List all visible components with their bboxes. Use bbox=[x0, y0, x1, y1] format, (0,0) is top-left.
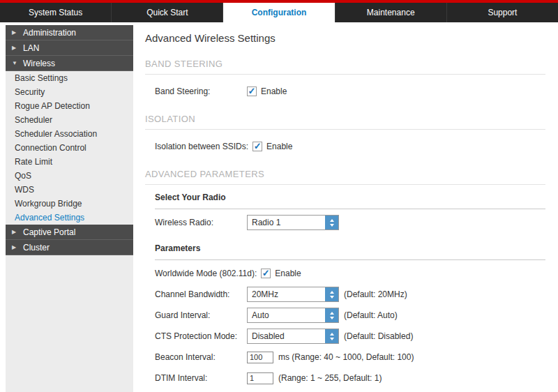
chevron-right-icon: ▶ bbox=[12, 45, 18, 51]
sidebar-item-label: Cluster bbox=[23, 243, 50, 252]
cts-protection-mode-label: CTS Protection Mode: bbox=[155, 331, 247, 341]
sidebar-item-basic-settings[interactable]: Basic Settings bbox=[6, 71, 133, 85]
wireless-radio-select[interactable]: Radio 1 bbox=[247, 215, 339, 230]
stepper-up-icon bbox=[330, 291, 334, 294]
field-note: (Range: 1 ~ 255, Default: 1) bbox=[278, 373, 382, 383]
worldwide-mode-label: Worldwide Mode (802.11d): bbox=[155, 269, 261, 278]
tab-quick-start[interactable]: Quick Start bbox=[112, 3, 223, 22]
check-icon: ✓ bbox=[254, 142, 262, 151]
isolation-checkbox[interactable]: ✓ bbox=[252, 142, 262, 151]
select-your-radio-title: Select Your Radio bbox=[155, 185, 545, 209]
field-note: ms (Range: 40 ~ 1000, Default: 100) bbox=[278, 352, 414, 362]
sidebar-item-scheduler[interactable]: Scheduler bbox=[6, 113, 133, 127]
dtim-interval-input[interactable] bbox=[247, 372, 273, 384]
beacon-interval-label: Beacon Interval: bbox=[155, 352, 247, 362]
field-note: (Default: Auto) bbox=[344, 310, 398, 320]
guard-interval-select[interactable]: Auto bbox=[247, 308, 339, 323]
band-steering-heading: BAND STEERING bbox=[145, 59, 545, 75]
guard-interval-label: Guard Interval: bbox=[155, 310, 247, 320]
sidebar-item-advanced-settings[interactable]: Advanced Settings bbox=[6, 211, 133, 225]
sidebar-item-scheduler-association[interactable]: Scheduler Association bbox=[6, 127, 133, 141]
band-steering-checkbox[interactable]: ✓ bbox=[247, 86, 257, 96]
beacon-interval-input[interactable] bbox=[247, 352, 273, 363]
isolation-label: Isolation between SSIDs: bbox=[155, 142, 252, 151]
channel-bandwidth-label: Channel Bandwidth: bbox=[155, 289, 247, 299]
select-stepper[interactable] bbox=[325, 287, 338, 301]
dtim-interval-label: DTIM Interval: bbox=[155, 373, 247, 383]
select-value: Radio 1 bbox=[248, 218, 280, 227]
main-content: Advanced Wireless Settings BAND STEERING… bbox=[133, 22, 558, 392]
field-note: (Default: 20MHz) bbox=[344, 289, 407, 299]
channel-bandwidth-select[interactable]: 20MHz bbox=[247, 287, 339, 302]
sidebar-item-security[interactable]: Security bbox=[6, 85, 133, 99]
sidebar-item-label: Wireless bbox=[23, 59, 55, 68]
stepper-down-icon bbox=[330, 296, 334, 299]
select-value: Disabled bbox=[248, 331, 285, 341]
chevron-right-icon: ▶ bbox=[12, 229, 18, 235]
enable-label: Enable bbox=[275, 269, 301, 278]
check-icon: ✓ bbox=[248, 86, 256, 96]
select-value: Auto bbox=[248, 310, 269, 320]
band-steering-label: Band Steering: bbox=[155, 86, 247, 96]
chevron-right-icon: ▶ bbox=[12, 244, 18, 250]
stepper-up-icon bbox=[330, 333, 334, 336]
select-value: 20MHz bbox=[248, 289, 278, 299]
select-stepper[interactable] bbox=[325, 329, 338, 343]
sidebar-item-label: Captive Portal bbox=[23, 227, 75, 237]
select-stepper[interactable] bbox=[325, 308, 338, 322]
tab-support[interactable]: Support bbox=[447, 3, 558, 22]
sidebar-navigation: ▶ Administration ▶ LAN ▼ Wireless Basic … bbox=[6, 25, 133, 392]
sidebar-item-workgroup-bridge[interactable]: Workgroup Bridge bbox=[6, 197, 133, 211]
top-navigation: System Status Quick Start Configuration … bbox=[0, 3, 558, 22]
enable-label: Enable bbox=[261, 86, 287, 96]
parameters-title: Parameters bbox=[155, 236, 545, 260]
sidebar-item-connection-control[interactable]: Connection Control bbox=[6, 141, 133, 155]
enable-label: Enable bbox=[266, 142, 292, 151]
tab-system-status[interactable]: System Status bbox=[0, 3, 112, 22]
cts-protection-mode-select[interactable]: Disabled bbox=[247, 329, 339, 344]
stepper-down-icon bbox=[330, 224, 334, 227]
stepper-up-icon bbox=[330, 312, 334, 315]
stepper-down-icon bbox=[330, 317, 334, 319]
sidebar-item-captive-portal[interactable]: ▶ Captive Portal bbox=[6, 225, 133, 240]
field-note: (Default: Disabled) bbox=[344, 331, 413, 341]
sidebar-item-cluster[interactable]: ▶ Cluster bbox=[6, 240, 133, 255]
stepper-down-icon bbox=[330, 338, 334, 340]
sidebar-item-administration[interactable]: ▶ Administration bbox=[6, 25, 133, 40]
tab-configuration[interactable]: Configuration bbox=[223, 3, 335, 22]
advanced-parameters-heading: ADVANCED PARAMETERS bbox=[145, 169, 545, 185]
sidebar-item-wireless[interactable]: ▼ Wireless bbox=[6, 56, 133, 71]
isolation-heading: ISOLATION bbox=[145, 114, 545, 130]
sidebar-item-qos[interactable]: QoS bbox=[6, 169, 133, 183]
sidebar-item-label: LAN bbox=[23, 43, 39, 53]
sidebar-item-rogue-ap-detection[interactable]: Rogue AP Detection bbox=[6, 99, 133, 113]
sidebar-item-label: Administration bbox=[23, 28, 76, 38]
page-title: Advanced Wireless Settings bbox=[145, 32, 545, 44]
chevron-right-icon: ▶ bbox=[12, 29, 18, 36]
tab-maintenance[interactable]: Maintenance bbox=[335, 3, 447, 22]
stepper-up-icon bbox=[330, 219, 334, 222]
select-stepper[interactable] bbox=[325, 216, 338, 229]
chevron-down-icon: ▼ bbox=[12, 60, 18, 66]
wireless-radio-label: Wireless Radio: bbox=[155, 218, 247, 227]
sidebar-item-rate-limit[interactable]: Rate Limit bbox=[6, 155, 133, 169]
sidebar-item-wds[interactable]: WDS bbox=[6, 183, 133, 197]
sidebar-item-lan[interactable]: ▶ LAN bbox=[6, 40, 133, 56]
check-icon: ✓ bbox=[262, 269, 270, 278]
worldwide-mode-checkbox[interactable]: ✓ bbox=[261, 269, 271, 278]
